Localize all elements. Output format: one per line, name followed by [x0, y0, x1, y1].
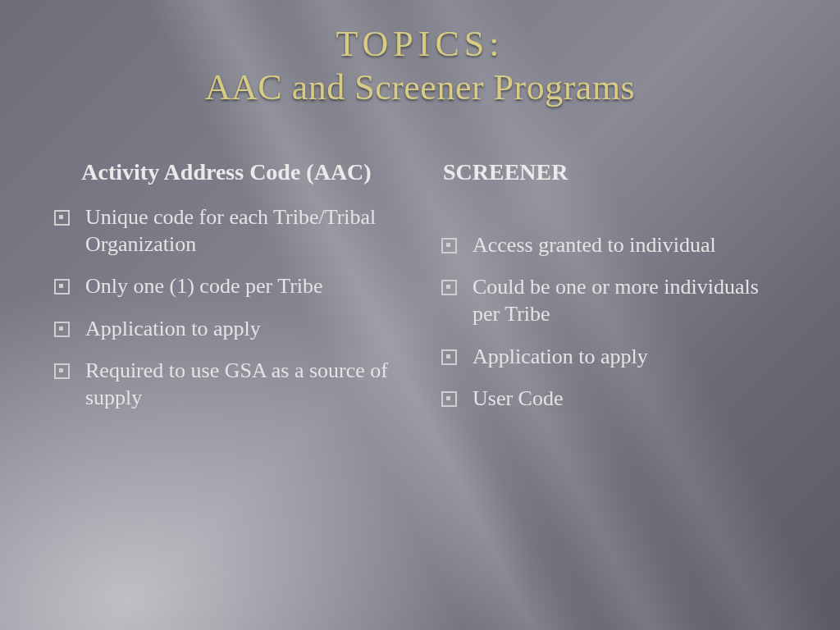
left-heading: Activity Address Code (AAC)	[49, 159, 404, 185]
slide: TOPICS: AAC and Screener Programs Activi…	[0, 0, 840, 630]
right-bullet-list: Access granted to individual Could be on…	[436, 231, 791, 412]
slide-title: TOPICS: AAC and Screener Programs	[49, 23, 791, 110]
list-item: User Code	[436, 385, 791, 412]
list-item: Only one (1) code per Tribe	[49, 272, 404, 299]
right-column: SCREENER Access granted to individual Co…	[436, 159, 791, 427]
list-item: Required to use GSA as a source of suppl…	[49, 357, 404, 412]
list-item: Could be one or more individuals per Tri…	[436, 273, 791, 328]
title-line-2: AAC and Screener Programs	[49, 66, 791, 110]
left-column: Activity Address Code (AAC) Unique code …	[49, 159, 404, 427]
columns: Activity Address Code (AAC) Unique code …	[49, 159, 791, 427]
title-line-1: TOPICS:	[49, 23, 791, 66]
list-item: Application to apply	[49, 315, 404, 342]
list-item: Application to apply	[436, 343, 791, 370]
list-item: Access granted to individual	[436, 231, 791, 258]
right-heading: SCREENER	[436, 159, 791, 185]
left-bullet-list: Unique code for each Tribe/Tribal Organi…	[49, 203, 404, 412]
list-item: Unique code for each Tribe/Tribal Organi…	[49, 203, 404, 258]
